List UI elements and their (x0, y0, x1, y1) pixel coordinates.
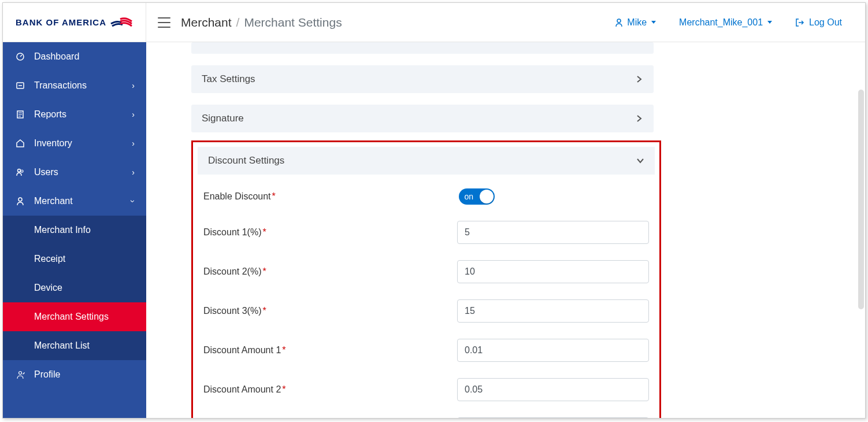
svg-point-6 (18, 198, 22, 201)
svg-point-7 (19, 372, 22, 375)
logo-box[interactable]: BANK OF AMERICA (3, 3, 146, 42)
form-row-discount-1-pct: Discount 1(%)* (203, 213, 649, 252)
logo-text: BANK OF AMERICA (16, 17, 106, 27)
breadcrumb-parent[interactable]: Merchant (181, 16, 232, 29)
breadcrumb: Merchant / Merchant Settings (181, 16, 342, 29)
panel-collapsed-top[interactable] (191, 42, 654, 54)
sidebar-sub-merchant-info[interactable]: Merchant Info (3, 216, 146, 245)
form-row-discount-3-pct: Discount 3(%)* (203, 291, 649, 331)
discount-settings-section: Discount Settings Enable Discount* on (191, 140, 661, 418)
main-content: Tax Settings Signature Discount Settings (146, 42, 865, 418)
required-asterisk: * (262, 227, 266, 237)
chevron-down-icon (651, 21, 656, 24)
form-row-discount-amount-3: Discount Amount 3* (203, 409, 649, 418)
user-menu[interactable]: Mike (614, 17, 656, 28)
discount-amount-3-input[interactable] (457, 417, 649, 418)
users-icon (14, 168, 26, 177)
discount-amount-2-input[interactable] (457, 378, 649, 401)
sidebar-sub-receipt[interactable]: Receipt (3, 245, 146, 273)
sidebar-item-label: Profile (34, 369, 60, 380)
sidebar-item-profile[interactable]: Profile (3, 360, 146, 389)
form-row-enable-discount: Enable Discount* on (203, 180, 649, 213)
sidebar-item-transactions[interactable]: Transactions › (3, 71, 146, 100)
scrollbar[interactable] (858, 90, 864, 309)
sidebar-sub-merchant-settings[interactable]: Merchant Settings (3, 302, 146, 331)
chevron-down-icon (636, 157, 644, 165)
form-row-discount-2-pct: Discount 2(%)* (203, 252, 649, 291)
svg-point-5 (21, 170, 23, 172)
required-asterisk: * (262, 306, 266, 316)
form-row-discount-amount-2: Discount Amount 2* (203, 370, 649, 409)
discount-2-pct-input[interactable] (457, 260, 649, 283)
merchant-icon (14, 197, 26, 206)
transactions-icon (14, 81, 26, 90)
discount-1-pct-input[interactable] (457, 221, 649, 244)
app-header: BANK OF AMERICA Merchant / (3, 3, 865, 42)
sidebar-item-label: Merchant Info (34, 225, 91, 235)
sidebar-item-label: Merchant List (34, 340, 90, 351)
form-row-discount-amount-1: Discount Amount 1* (203, 331, 649, 370)
required-asterisk: * (272, 191, 276, 201)
panel-discount-settings[interactable]: Discount Settings (198, 147, 655, 175)
breadcrumb-separator: / (236, 16, 240, 29)
sidebar-item-label: Receipt (34, 254, 65, 264)
sidebar-nav: Dashboard Transactions › Reports › (3, 42, 146, 418)
enable-discount-toggle[interactable]: on (459, 188, 495, 205)
sidebar-item-dashboard[interactable]: Dashboard (3, 42, 146, 71)
required-asterisk: * (282, 345, 285, 355)
sidebar-item-merchant[interactable]: Merchant › (3, 187, 146, 216)
panel-title: Discount Settings (208, 155, 284, 166)
chevron-right-icon: › (132, 110, 135, 119)
sidebar-item-label: Merchant (34, 196, 73, 206)
panel-signature[interactable]: Signature (191, 105, 654, 132)
reports-icon (14, 110, 26, 119)
sidebar-item-label: Users (34, 167, 58, 177)
sidebar-item-label: Inventory (34, 138, 72, 149)
sidebar-item-inventory[interactable]: Inventory › (3, 129, 146, 158)
toggle-knob (480, 190, 494, 203)
toggle-state-label: on (465, 192, 474, 201)
sidebar-item-label: Dashboard (34, 51, 79, 62)
panel-title: Tax Settings (202, 73, 255, 85)
chevron-right-icon: › (132, 139, 135, 148)
form-label: Discount Amount 1* (203, 345, 457, 356)
sidebar-item-reports[interactable]: Reports › (3, 100, 146, 129)
panel-tax-settings[interactable]: Tax Settings (191, 65, 654, 93)
discount-amount-1-input[interactable] (457, 339, 649, 362)
chevron-down-icon (767, 21, 772, 24)
chevron-down-icon: › (129, 200, 138, 203)
sidebar-item-label: Transactions (34, 80, 87, 91)
chevron-right-icon: › (132, 81, 135, 90)
sidebar-item-label: Merchant Settings (34, 312, 109, 322)
logout-icon (795, 18, 804, 27)
svg-point-0 (617, 19, 621, 23)
form-label: Discount Amount 2* (203, 384, 457, 395)
logout-button[interactable]: Log Out (795, 17, 842, 28)
sidebar-item-label: Device (34, 283, 62, 293)
user-icon (614, 18, 624, 27)
logout-label: Log Out (809, 17, 842, 28)
bank-logo-icon (110, 16, 133, 29)
sidebar-item-label: Reports (34, 109, 66, 120)
chevron-right-icon: › (132, 168, 135, 177)
form-label: Discount 1(%)* (203, 227, 457, 238)
form-label: Discount 2(%)* (203, 266, 457, 277)
profile-icon (14, 370, 26, 379)
inventory-icon (14, 139, 26, 148)
sidebar-sub-merchant-list[interactable]: Merchant List (3, 331, 146, 360)
required-asterisk: * (262, 266, 266, 276)
chevron-right-icon (635, 75, 643, 83)
merchant-selector[interactable]: Merchant_Mike_001 (679, 17, 772, 28)
breadcrumb-current: Merchant Settings (244, 16, 342, 29)
sidebar-item-users[interactable]: Users › (3, 158, 146, 187)
user-name: Mike (627, 17, 647, 28)
form-label: Discount 3(%)* (203, 306, 457, 316)
dashboard-icon (14, 52, 26, 61)
chevron-right-icon (635, 114, 643, 123)
svg-point-4 (18, 169, 21, 172)
form-label: Enable Discount* (203, 191, 459, 202)
discount-3-pct-input[interactable] (457, 299, 649, 323)
sidebar-sub-device[interactable]: Device (3, 273, 146, 302)
hamburger-icon[interactable] (158, 17, 170, 28)
panel-title: Signature (202, 113, 244, 124)
